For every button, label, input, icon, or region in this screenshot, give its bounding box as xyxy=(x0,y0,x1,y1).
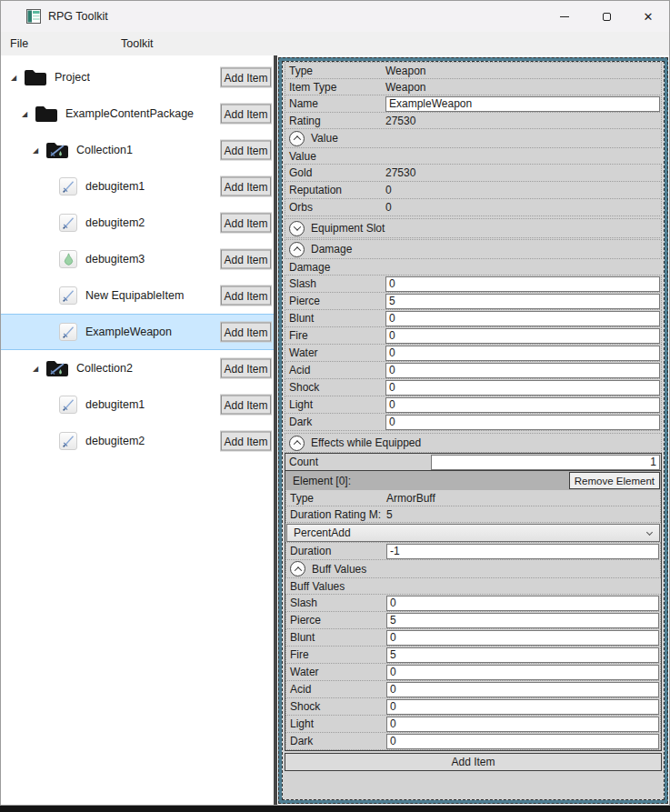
add-item-button[interactable]: Add Item xyxy=(221,105,271,124)
menu-toolkit[interactable]: Toolkit xyxy=(115,32,158,55)
value-subheader: Value xyxy=(285,148,662,165)
field-label: Light xyxy=(286,717,386,730)
field-input[interactable] xyxy=(386,665,659,680)
field-row: Blunt xyxy=(285,628,661,647)
tree-row[interactable]: ◢ debugitem1 Add Item xyxy=(1,168,274,205)
duration-input[interactable] xyxy=(386,544,659,559)
tree-row[interactable]: ◢ debugitem2 Add Item xyxy=(1,423,274,459)
property-label: Orbs xyxy=(285,201,385,214)
remove-element-button[interactable]: Remove Element xyxy=(569,472,660,489)
field-input[interactable] xyxy=(385,311,660,326)
field-label: Slash xyxy=(285,277,385,290)
damage-section-header[interactable]: Damage xyxy=(285,239,662,259)
tree-row[interactable]: ◢ debugitem1 Add Item xyxy=(1,386,274,423)
tree-row[interactable]: ◢ Collection2 Add Item xyxy=(1,350,274,386)
sword-icon xyxy=(59,396,77,414)
collapse-icon[interactable] xyxy=(289,436,305,451)
field-input[interactable] xyxy=(385,276,660,292)
field-label: Shock xyxy=(285,381,385,394)
field-input[interactable] xyxy=(386,647,659,663)
tree-expander-icon[interactable]: ◢ xyxy=(30,365,41,373)
chevron-down-icon xyxy=(646,529,653,536)
tree-item-label: debugitem1 xyxy=(85,398,145,411)
add-effect-button[interactable]: Add Item xyxy=(285,753,662,771)
add-item-button[interactable]: Add Item xyxy=(221,141,271,160)
tree-row[interactable]: ◢ ExampleContentPackage Add Item xyxy=(1,95,274,132)
field-input[interactable] xyxy=(385,380,660,396)
field-row: Light xyxy=(285,396,662,414)
field-input[interactable] xyxy=(386,682,659,697)
field-label: Fire xyxy=(286,648,386,661)
field-input[interactable] xyxy=(386,596,659,611)
add-item-button[interactable]: Add Item xyxy=(221,286,271,306)
minimize-button[interactable] xyxy=(544,1,585,32)
tree-row[interactable]: ◢ ExampleWeapon Add Item xyxy=(1,314,274,350)
name-input[interactable] xyxy=(385,96,660,112)
field-input[interactable] xyxy=(386,734,659,749)
sword-icon xyxy=(59,214,77,232)
field-row: Acid xyxy=(285,680,661,698)
tree-item-label: debugitem2 xyxy=(85,435,145,447)
field-label: Acid xyxy=(285,364,385,376)
add-item-button[interactable]: Add Item xyxy=(221,432,271,451)
collection-icon xyxy=(46,360,68,376)
tree-row[interactable]: ◢ debugitem3 Add Item xyxy=(1,241,274,277)
field-row: Slash xyxy=(285,594,661,612)
add-item-button[interactable]: Add Item xyxy=(221,396,271,415)
property-row: Gold 27530 xyxy=(285,164,662,182)
buff-values-subheader: Buff Values xyxy=(285,578,661,595)
add-item-button[interactable]: Add Item xyxy=(221,250,271,269)
equipment-slot-header[interactable]: Equipment Slot xyxy=(285,218,662,238)
add-item-button[interactable]: Add Item xyxy=(221,214,271,233)
tree-expander-icon[interactable]: ◢ xyxy=(8,74,19,82)
tree-row[interactable]: ◢ debugitem2 Add Item xyxy=(1,205,274,241)
effects-section-header[interactable]: Effects while Equipped xyxy=(285,433,662,453)
field-input[interactable] xyxy=(385,328,660,344)
maximize-button[interactable] xyxy=(585,1,627,32)
expand-icon[interactable] xyxy=(289,221,305,236)
add-item-button[interactable]: Add Item xyxy=(221,177,271,196)
field-row: Pierce xyxy=(285,611,661,629)
field-label: Pierce xyxy=(286,614,386,627)
main-area: ◢ Project Add Item ◢ ExampleContentPacka… xyxy=(1,55,669,805)
add-item-button[interactable]: Add Item xyxy=(221,323,271,342)
tree-row[interactable]: ◢ New EquipableItem Add Item xyxy=(1,277,274,314)
panel-splitter[interactable] xyxy=(274,55,277,805)
collapse-icon[interactable] xyxy=(289,131,305,146)
buff-values-header[interactable]: Buff Values xyxy=(285,559,661,578)
field-input[interactable] xyxy=(385,397,660,413)
tree-row[interactable]: ◢ Project Add Item xyxy=(1,59,274,95)
field-input[interactable] xyxy=(385,346,660,361)
tree-row[interactable]: ◢ Collection1 Add Item xyxy=(1,132,274,168)
tree: ◢ Project Add Item ◢ ExampleContentPacka… xyxy=(1,55,274,805)
collapse-icon[interactable] xyxy=(289,242,305,257)
tree-expander-icon[interactable]: ◢ xyxy=(30,146,41,155)
collapse-icon[interactable] xyxy=(290,561,305,576)
duration-rating-row: Duration Rating M: 5 xyxy=(285,506,661,523)
field-input[interactable] xyxy=(385,363,660,378)
property-row: Orbs 0 xyxy=(285,198,662,216)
tree-expander-icon[interactable]: ◢ xyxy=(19,110,30,118)
value-section-header[interactable]: Value xyxy=(285,128,662,148)
field-input[interactable] xyxy=(386,630,659,646)
field-input[interactable] xyxy=(386,613,659,628)
field-label: Slash xyxy=(286,596,386,609)
field-row: Pierce xyxy=(285,292,662,310)
window-title: RPG Toolkit xyxy=(48,10,108,23)
field-row: Blunt xyxy=(285,309,662,327)
count-input[interactable] xyxy=(431,455,660,470)
folder-icon xyxy=(35,105,57,122)
menu-file[interactable]: File xyxy=(5,32,34,55)
field-input[interactable] xyxy=(386,699,659,715)
field-input[interactable] xyxy=(386,717,659,732)
buff-mode-select[interactable]: PercentAdd xyxy=(286,524,660,542)
property-value: 0 xyxy=(385,201,392,214)
add-item-button[interactable]: Add Item xyxy=(221,359,271,378)
add-item-button[interactable]: Add Item xyxy=(221,68,271,87)
close-button[interactable]: ✕ xyxy=(627,1,669,32)
field-row: Water xyxy=(285,663,661,681)
field-input[interactable] xyxy=(385,415,660,430)
folder-icon xyxy=(25,69,46,85)
field-input[interactable] xyxy=(385,294,660,309)
item-type-row: Item Type Weapon xyxy=(285,78,662,95)
